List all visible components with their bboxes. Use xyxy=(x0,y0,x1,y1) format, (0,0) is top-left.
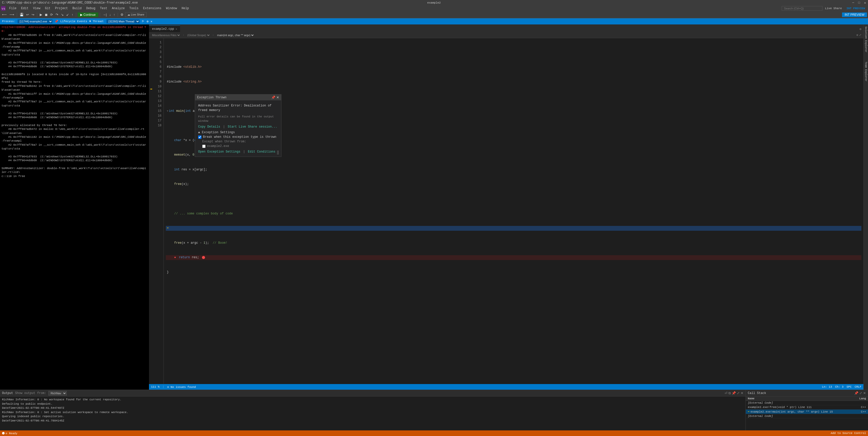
minimize-btn[interactable]: — xyxy=(852,1,854,5)
toolbar-debug6[interactable]: ↙ xyxy=(65,12,70,17)
menu-test[interactable]: Test xyxy=(98,6,110,11)
break-checkbox[interactable] xyxy=(198,135,202,139)
int-preview-label: INT PREVIEW xyxy=(844,6,867,10)
toolbar-debug4[interactable]: ↷ xyxy=(55,12,59,17)
function-select[interactable]: main(int argc, char ** argv) xyxy=(216,33,254,37)
process-select[interactable]: [11744] example2.exe xyxy=(18,19,53,24)
menu-analyze[interactable]: Analyze xyxy=(110,6,127,11)
col-info[interactable]: Ch: 3 xyxy=(835,385,843,388)
callstack-row-external-2[interactable]: [External Code] xyxy=(746,414,868,418)
output-source-select[interactable]: RichNav xyxy=(49,391,67,396)
global-scope-select[interactable]: (Global Scope) xyxy=(186,33,210,37)
menu-edit[interactable]: Edit xyxy=(19,6,31,11)
output-popout-btn[interactable]: ⤢ xyxy=(737,391,740,395)
menu-extensions[interactable]: Extensions xyxy=(141,6,163,11)
search-input[interactable] xyxy=(782,6,823,11)
menu-window[interactable]: Window xyxy=(164,6,179,11)
example-checkbox[interactable] xyxy=(202,145,206,148)
toolbar-btn-2[interactable]: ⟶ xyxy=(8,12,15,17)
spaces-info[interactable]: SPC xyxy=(847,385,852,388)
toolbar-save[interactable]: 💾 xyxy=(19,12,25,17)
callstack-popout-btn[interactable]: ⤢ xyxy=(859,391,862,395)
toolbar-debug1[interactable]: ▶ xyxy=(39,12,43,17)
output-close-btn[interactable]: ✕ xyxy=(741,391,743,395)
output-line: DateTime=2021-02-07T00:40:41.5447407Z xyxy=(2,406,743,410)
callstack-col-lang: Lang xyxy=(853,397,868,401)
toolbar-step1[interactable]: →| xyxy=(102,12,108,17)
maximize-btn[interactable]: □ xyxy=(858,1,860,5)
menu-build[interactable]: Build xyxy=(70,6,84,11)
toolbar-debug3[interactable]: ⟳ xyxy=(49,12,54,17)
terminal-line: #4 0x7ff9644dd0d0 (C:\WINDOWS\SYSTEM32\n… xyxy=(2,116,148,119)
live-share-link[interactable]: Start Live Share session... xyxy=(228,125,277,129)
toolbar-debug5[interactable]: ↘ xyxy=(60,12,65,17)
int-preview-button[interactable]: INT PREVIEW xyxy=(842,12,867,17)
editor-gear-icon[interactable]: ⚙ xyxy=(856,33,858,37)
close-btn[interactable]: ✕ xyxy=(864,1,866,5)
callstack-panel: Call Stack 📌 ⤢ ✕ Name Lang [External Cod… xyxy=(746,390,868,430)
encoding-info[interactable]: CRLF xyxy=(855,385,861,388)
editor-expand-icon[interactable]: ⤢ xyxy=(859,33,861,37)
svg-text:VS: VS xyxy=(2,7,5,10)
menu-debug[interactable]: Debug xyxy=(84,6,97,11)
files-select[interactable]: Miscellaneous Files xyxy=(151,33,181,37)
callstack-row-main[interactable]: ➡example2.exe!main(int argc, char ** arg… xyxy=(746,409,868,414)
toolbar-step2[interactable]: ↓ xyxy=(108,12,112,17)
edit-conditions-link[interactable]: Edit Conditions xyxy=(248,150,275,154)
line-num: 2 xyxy=(156,45,161,50)
team-explorer-label[interactable]: Team Explorer xyxy=(864,60,868,84)
thread-select[interactable]: [32260] Main Thread xyxy=(106,19,140,24)
no-issues[interactable]: ⊙ No issues found xyxy=(167,385,196,388)
live-share-menu[interactable]: Live Share xyxy=(823,6,844,10)
toolbar-step3[interactable]: ↑ xyxy=(112,12,116,17)
output-content[interactable]: RichNav Information: 0 : No workspace fo… xyxy=(0,397,745,430)
output-wrap-btn[interactable]: ⏎ xyxy=(724,391,727,395)
exception-title-bar: Exception Thrown 📌 ✕ xyxy=(195,94,281,100)
add-to-source-control[interactable]: Add to Source Control xyxy=(831,432,866,435)
zoom-level[interactable]: 111 % xyxy=(151,385,159,388)
toolbar-redo[interactable]: ↪ xyxy=(31,12,35,17)
menu-git[interactable]: Git xyxy=(43,6,53,11)
play-icon: ▶ xyxy=(80,13,83,17)
editor-settings-icon[interactable]: ⚙ xyxy=(858,26,863,32)
close-process-icon[interactable]: ✕ xyxy=(151,20,152,24)
line-num: 11 xyxy=(156,89,161,94)
title-path: C:\MSDN\cpp-docs-pr\docs\c-language\ASAN… xyxy=(2,1,138,5)
callstack-pin-btn[interactable]: 📌 xyxy=(854,391,858,395)
exception-pin-btn[interactable]: 📌 xyxy=(271,95,275,99)
menu-view[interactable]: View xyxy=(31,6,42,11)
callstack-row-external-1[interactable]: [External Code] xyxy=(746,401,868,405)
code-content[interactable]: #include <stdlib.h> #include <string.h> … xyxy=(164,38,863,384)
toolbar-btn-1[interactable]: ⟵ xyxy=(1,12,8,17)
live-share-button[interactable]: ☁ Live Share xyxy=(125,12,147,17)
output-copy-btn[interactable]: ⧉ xyxy=(728,391,731,395)
settings-icon-process[interactable]: ⚙ xyxy=(147,20,149,24)
callstack-row-free[interactable]: example2.exe!free(void * ptr) Line 111 C… xyxy=(746,405,868,409)
output-pin-btn[interactable]: 📌 xyxy=(732,391,736,395)
continue-button[interactable]: ▶ Continue xyxy=(78,12,98,17)
exception-settings-header[interactable]: ▲ Exception Settings xyxy=(198,131,278,134)
toolbar-extra1[interactable]: ⚙ xyxy=(120,12,125,17)
toolbar-undo[interactable]: ↩ xyxy=(25,12,30,17)
tab-example2[interactable]: example2.cpp ✕ xyxy=(149,26,180,32)
scope-arrow: › xyxy=(183,34,184,37)
solution-explorer-label[interactable]: Solution Explorer xyxy=(864,25,868,55)
menu-help[interactable]: Help xyxy=(180,6,191,11)
callstack-lang: C++ xyxy=(853,405,868,409)
callstack-close-btn[interactable]: ✕ xyxy=(863,391,866,395)
toolbar-debug7[interactable]: ↑ xyxy=(70,12,74,17)
copy-details-link[interactable]: Copy Details xyxy=(198,125,220,129)
exception-links: Copy Details | Start Live Share session.… xyxy=(198,125,278,129)
menu-project[interactable]: Project xyxy=(53,6,70,11)
terminal-panel[interactable]: ==11744==ERROR: AddressSanitizer: attemp… xyxy=(0,25,149,390)
menu-tools[interactable]: Tools xyxy=(127,6,141,11)
exception-settings-section: ▲ Exception Settings Break when this exc… xyxy=(198,131,278,148)
exception-close-btn[interactable]: ✕ xyxy=(276,95,279,99)
code-line-9: int res = x[argc]; xyxy=(166,167,861,172)
toolbar-debug2[interactable]: ◼ xyxy=(44,12,49,17)
line-info[interactable]: Ln: 13 xyxy=(822,385,832,388)
menu-file[interactable]: File xyxy=(7,6,19,11)
terminal-line: #2 0x7ff697af78a7 in __scrt_common_main_… xyxy=(2,49,148,57)
open-settings-link[interactable]: Open Exception Settings xyxy=(198,150,241,154)
tab-close-btn[interactable]: ✕ xyxy=(176,28,177,31)
